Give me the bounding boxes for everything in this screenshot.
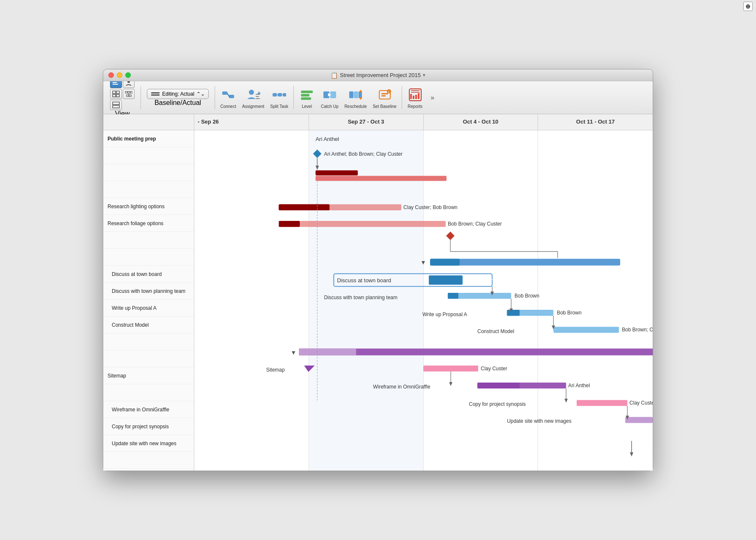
connect-btn[interactable]: Connect: [218, 85, 239, 110]
gantt-container: - Sep 26 Sep 27 - Oct 3 Oct 4 - Oct 10 O…: [103, 114, 653, 471]
split-view-btn[interactable]: [110, 100, 122, 110]
gantt-left-header: [103, 114, 194, 130]
svg-rect-11: [127, 95, 129, 96]
editing-label: Editing: Actual: [162, 91, 194, 97]
task-label-1: [103, 147, 194, 164]
svg-rect-29: [283, 93, 286, 96]
svg-marker-105: [449, 382, 452, 386]
svg-marker-26: [257, 91, 261, 94]
col-header-1: Sep 27 - Oct 3: [309, 114, 424, 130]
traffic-lights: [108, 72, 131, 78]
svg-text:Bob Brown; Clay Custer: Bob Brown; Clay Custer: [448, 221, 502, 227]
overflow-btn[interactable]: »: [427, 88, 439, 107]
svg-text:Bob Brown: Bob Brown: [557, 310, 582, 316]
svg-text:Discuss with town planning tea: Discuss with town planning team: [324, 295, 397, 300]
svg-marker-121: [630, 452, 633, 457]
svg-rect-16: [151, 92, 160, 94]
svg-rect-60: [315, 170, 358, 175]
task-label-13: [103, 350, 194, 367]
gantt-svg: Ari Anthel Ari Anthel; Bob Brown; Clay C…: [194, 130, 653, 471]
svg-marker-59: [315, 165, 319, 170]
svg-rect-77: [429, 276, 463, 285]
reports-icon-area: [407, 87, 423, 103]
svg-rect-67: [300, 221, 446, 227]
reschedule-btn[interactable]: Reschedule: [342, 85, 370, 110]
svg-text:Bob Brown: Bob Brown: [515, 293, 540, 299]
svg-rect-7: [116, 94, 119, 97]
col-header-0: - Sep 26: [194, 114, 309, 130]
svg-rect-51: [410, 94, 412, 99]
catch-up-icon-area: [322, 87, 338, 103]
task-label-5: Research foliage options: [103, 215, 194, 232]
dropdown-arrow: ⌃⌄: [196, 91, 205, 97]
title-icon: 📋: [331, 72, 338, 79]
reports-label: Reports: [408, 104, 422, 109]
task-label-12: [103, 333, 194, 350]
svg-text:!: !: [388, 90, 389, 94]
svg-rect-53: [415, 95, 417, 99]
task-label-19: [103, 452, 194, 469]
gantt-header: - Sep 26 Sep 27 - Oct 3 Oct 4 - Oct 10 O…: [103, 114, 653, 130]
svg-rect-66: [279, 221, 300, 227]
set-baseline-btn[interactable]: ! Set Baseline: [370, 85, 399, 110]
assignment-btn[interactable]: Assignment: [240, 85, 267, 110]
task-label-3: [103, 181, 194, 198]
reports-btn[interactable]: Reports: [405, 85, 426, 110]
svg-rect-33: [301, 94, 309, 96]
svg-rect-5: [116, 91, 119, 94]
svg-point-22: [249, 90, 254, 95]
task-label-18: Update site with new images: [103, 435, 194, 452]
svg-text:Ari Anthel: Ari Anthel: [568, 383, 590, 388]
network-view-btn[interactable]: [123, 89, 135, 99]
task-label-9: Discuss with town planning team: [103, 283, 194, 300]
catch-up-label: Catch Up: [321, 104, 339, 109]
svg-text:Clay Custer; Bob Brown: Clay Custer; Bob Brown: [403, 204, 458, 210]
svg-rect-10: [130, 91, 132, 93]
task-label-0: Public meeting prep: [103, 130, 194, 147]
minimize-button[interactable]: [117, 72, 122, 78]
sep4: [402, 86, 402, 109]
svg-text:Copy for project synopsis: Copy for project synopsis: [469, 401, 526, 407]
svg-text:Discuss at town board: Discuss at town board: [337, 277, 391, 284]
svg-marker-69: [446, 231, 455, 240]
maximize-button[interactable]: [125, 72, 131, 78]
svg-rect-61: [315, 176, 446, 181]
task-label-15: [103, 384, 194, 401]
split-task-btn[interactable]: Split Task: [268, 85, 291, 110]
reschedule-label: Reschedule: [345, 104, 367, 109]
table-view-btn[interactable]: [110, 89, 122, 99]
svg-rect-116: [625, 417, 653, 423]
toolbar: View Editing: Actual ⌃⌄ Baseline/Actual: [103, 81, 653, 114]
svg-rect-27: [273, 93, 277, 96]
baseline-select[interactable]: Editing: Actual ⌃⌄: [147, 89, 209, 99]
svg-rect-34: [301, 97, 311, 100]
svg-marker-42: [359, 97, 362, 100]
svg-rect-91: [553, 327, 619, 333]
svg-rect-15: [113, 105, 119, 108]
sep2: [215, 86, 215, 109]
svg-rect-111: [577, 400, 627, 406]
title-bar: 📋 Street Improvement Project 2015 ▾: [103, 69, 653, 81]
svg-rect-28: [278, 93, 282, 96]
catch-up-btn[interactable]: Catch Up: [318, 85, 341, 110]
task-label-4: Research lighting options: [103, 198, 194, 215]
svg-rect-52: [413, 96, 414, 99]
svg-rect-64: [279, 204, 330, 210]
svg-text:Clay Custer: Clay Custer: [481, 366, 507, 372]
level-btn[interactable]: Level: [296, 85, 317, 110]
svg-rect-108: [477, 383, 520, 388]
svg-marker-114: [564, 399, 568, 402]
svg-rect-6: [113, 94, 116, 97]
gantt-timeline-header: - Sep 26 Sep 27 - Oct 3 Oct 4 - Oct 10 O…: [194, 114, 653, 130]
svg-rect-38: [349, 91, 353, 98]
svg-rect-45: [381, 95, 386, 96]
svg-rect-4: [113, 91, 116, 94]
connect-label: Connect: [220, 104, 236, 109]
baseline-group: Editing: Actual ⌃⌄ Baseline/Actual: [143, 87, 212, 108]
level-label: Level: [302, 104, 312, 109]
title-label: Street Improvement Project 2015: [340, 72, 421, 78]
connect-icon-area: [220, 87, 236, 103]
close-button[interactable]: [108, 72, 114, 78]
task-label-2: [103, 164, 194, 181]
task-label-10: Write up Proposal A: [103, 300, 194, 317]
